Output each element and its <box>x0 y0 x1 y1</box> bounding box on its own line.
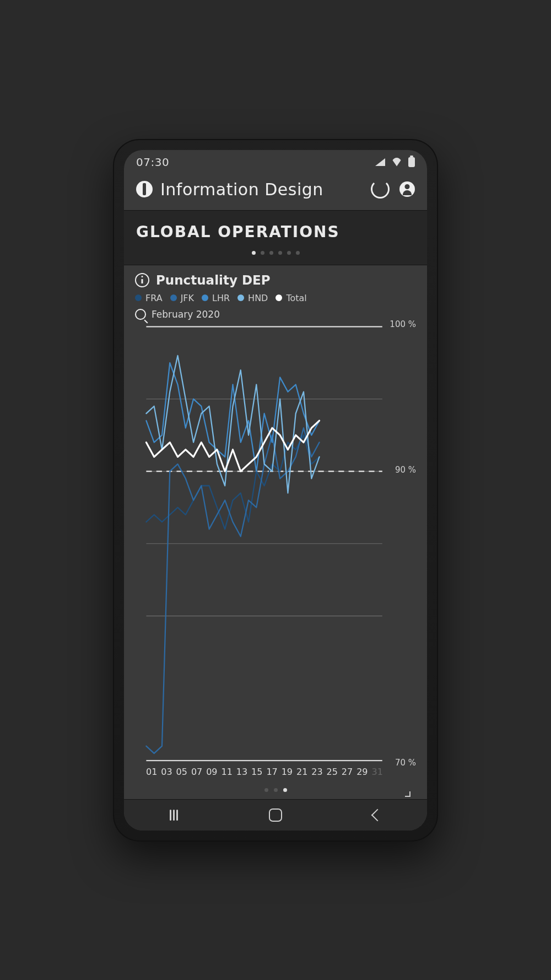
chart-x-tick-label: 03 <box>161 767 172 777</box>
section-page-dot[interactable] <box>269 251 273 255</box>
chart-x-tick-label: 21 <box>296 767 307 777</box>
section-page-dot[interactable] <box>296 251 300 255</box>
section-page-dot[interactable] <box>287 251 291 255</box>
section-page-dot[interactable] <box>278 251 282 255</box>
chart-x-labels: 01030507091113151719212325272931 <box>146 767 383 777</box>
legend-swatch-icon <box>276 294 282 301</box>
chart-x-tick-label: 13 <box>236 767 247 777</box>
legend-swatch-icon <box>202 294 208 301</box>
app-header: Information Design <box>124 174 427 210</box>
legend-label: HND <box>248 293 268 303</box>
phone-frame: 07:30 Information Design <box>113 139 438 842</box>
android-nav-bar <box>124 799 427 831</box>
status-time: 07:30 <box>136 156 169 169</box>
chart-legend: FRAJFKLHRHNDTotal <box>135 293 416 303</box>
header-actions <box>371 180 415 199</box>
chart-x-tick-label: 23 <box>311 767 322 777</box>
loading-spinner-icon[interactable] <box>371 180 390 199</box>
brand-block[interactable]: Information Design <box>136 180 323 199</box>
section-title: GLOBAL OPERATIONS <box>136 223 415 241</box>
legend-label: FRA <box>145 293 163 303</box>
card-page-dot[interactable] <box>264 788 268 792</box>
card-page-dots[interactable] <box>135 785 416 793</box>
cellular-icon <box>375 158 385 166</box>
battery-icon <box>408 157 415 167</box>
legend-item[interactable]: FRA <box>135 293 163 303</box>
card-title: Punctuality DEP <box>156 273 271 287</box>
legend-label: JFK <box>181 293 194 303</box>
app-screen: 07:30 Information Design <box>124 150 427 831</box>
chart-x-tick-label: 29 <box>356 767 368 777</box>
status-system-icons <box>375 157 415 167</box>
legend-item[interactable]: HND <box>237 293 268 303</box>
search-icon <box>135 309 146 320</box>
section-page-dots[interactable] <box>136 241 415 260</box>
line-chart[interactable]: 100 %90 %70 % 01030507091113151719212325… <box>135 324 416 785</box>
legend-item[interactable]: LHR <box>202 293 230 303</box>
chart-x-tick-label: 09 <box>206 767 217 777</box>
chart-y-tick-label: 100 % <box>390 319 416 329</box>
section-page-dot[interactable] <box>252 251 256 255</box>
punctuality-card: Punctuality DEP FRAJFKLHRHNDTotal Februa… <box>124 265 427 799</box>
chart-x-tick-label: 27 <box>342 767 353 777</box>
chart-y-labels: 100 %90 %70 % <box>388 324 416 763</box>
brand-logo-icon <box>136 181 153 197</box>
legend-item[interactable]: JFK <box>170 293 194 303</box>
legend-label: LHR <box>212 293 230 303</box>
legend-swatch-icon <box>170 294 177 301</box>
card-period-row[interactable]: February 2020 <box>135 309 416 320</box>
user-account-icon[interactable] <box>399 181 415 197</box>
chart-x-tick-label: 19 <box>282 767 293 777</box>
chart-x-tick-label: 01 <box>146 767 157 777</box>
card-period-label: February 2020 <box>152 309 220 320</box>
chart-x-tick-label: 05 <box>176 767 187 777</box>
chart-y-tick-label: 70 % <box>395 758 416 768</box>
chart-x-tick-label: 15 <box>251 767 262 777</box>
legend-swatch-icon <box>135 294 142 301</box>
chart-x-tick-label: 07 <box>191 767 202 777</box>
home-button[interactable] <box>269 808 282 822</box>
recents-button[interactable] <box>170 810 178 821</box>
card-page-dot[interactable] <box>274 788 278 792</box>
chart-x-tick-label: 25 <box>327 767 338 777</box>
chart-x-tick-label: 31 <box>371 767 382 777</box>
legend-item[interactable]: Total <box>276 293 306 303</box>
back-button[interactable] <box>371 808 383 821</box>
chart-x-tick-label: 11 <box>221 767 232 777</box>
section-banner: GLOBAL OPERATIONS <box>124 210 427 265</box>
chart-y-tick-label: 90 % <box>395 465 416 475</box>
wifi-icon <box>391 158 403 167</box>
legend-swatch-icon <box>237 294 244 301</box>
expand-icon[interactable] <box>402 788 410 797</box>
status-bar: 07:30 <box>124 150 427 174</box>
info-icon[interactable] <box>135 273 149 287</box>
chart-x-tick-label: 17 <box>266 767 277 777</box>
app-title: Information Design <box>160 180 323 199</box>
legend-label: Total <box>286 293 306 303</box>
card-page-dot[interactable] <box>283 788 287 792</box>
section-page-dot[interactable] <box>261 251 264 255</box>
